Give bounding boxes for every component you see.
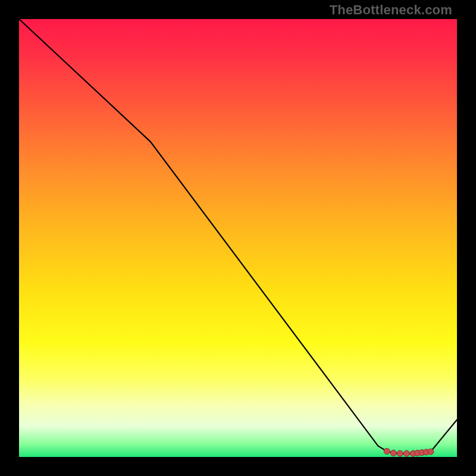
chart-overlay — [19, 19, 457, 457]
data-marker — [403, 450, 409, 456]
data-marker — [397, 450, 403, 456]
data-marker — [428, 449, 434, 455]
data-line — [19, 19, 457, 453]
watermark-text: TheBottleneck.com — [330, 2, 452, 18]
chart-frame: { "watermark": "TheBottleneck.com", "col… — [0, 0, 476, 476]
data-marker — [384, 448, 390, 454]
marker-group — [384, 448, 434, 456]
data-marker — [390, 450, 396, 456]
